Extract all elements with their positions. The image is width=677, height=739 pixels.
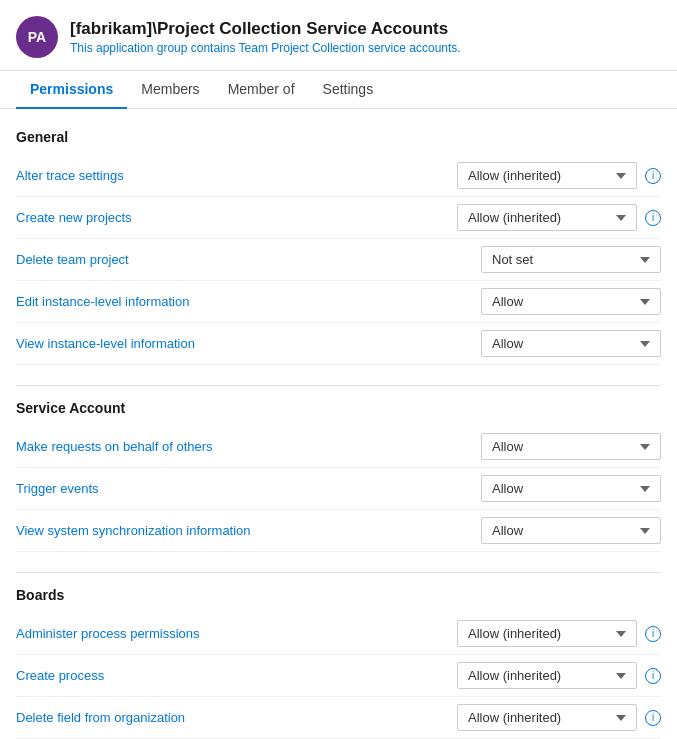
permission-label[interactable]: Administer process permissions — [16, 626, 457, 641]
permission-right: Allow (inherited)AllowDenyNot seti — [457, 704, 661, 731]
permission-dropdown[interactable]: AllowDenyNot setAllow (inherited) — [481, 246, 661, 273]
permission-label[interactable]: Make requests on behalf of others — [16, 439, 481, 454]
permission-row: Trigger eventsAllowDenyNot setAllow (inh… — [16, 468, 661, 510]
permission-row: Delete team projectAllowDenyNot setAllow… — [16, 239, 661, 281]
content: GeneralAlter trace settingsAllow (inheri… — [0, 109, 677, 739]
section-boards: BoardsAdminister process permissionsAllo… — [16, 587, 661, 739]
info-icon[interactable]: i — [645, 710, 661, 726]
permission-label[interactable]: Trigger events — [16, 481, 481, 496]
section-divider — [16, 572, 661, 573]
permission-label[interactable]: View system synchronization information — [16, 523, 481, 538]
permission-label[interactable]: Edit instance-level information — [16, 294, 481, 309]
avatar: PA — [16, 16, 58, 58]
page-title: [fabrikam]\Project Collection Service Ac… — [70, 19, 461, 39]
permission-row: Make requests on behalf of othersAllowDe… — [16, 426, 661, 468]
tab-settings[interactable]: Settings — [309, 71, 388, 109]
tab-permissions[interactable]: Permissions — [16, 71, 127, 109]
permission-right: Allow (inherited)AllowDenyNot seti — [457, 620, 661, 647]
permission-label[interactable]: Delete field from organization — [16, 710, 457, 725]
permission-dropdown[interactable]: AllowDenyNot setAllow (inherited) — [481, 475, 661, 502]
permission-right: Allow (inherited)AllowDenyNot seti — [457, 204, 661, 231]
permission-right: Allow (inherited)AllowDenyNot seti — [457, 662, 661, 689]
tab-member-of[interactable]: Member of — [214, 71, 309, 109]
permission-dropdown[interactable]: AllowDenyNot setAllow (inherited) — [481, 330, 661, 357]
permission-dropdown[interactable]: AllowDenyNot setAllow (inherited) — [481, 517, 661, 544]
permission-right: AllowDenyNot setAllow (inherited) — [481, 246, 661, 273]
nav-tabs: PermissionsMembersMember ofSettings — [0, 71, 677, 109]
permission-label[interactable]: Alter trace settings — [16, 168, 457, 183]
permission-row: Edit instance-level informationAllowDeny… — [16, 281, 661, 323]
permission-row: View system synchronization informationA… — [16, 510, 661, 552]
permission-label[interactable]: Create new projects — [16, 210, 457, 225]
permission-right: AllowDenyNot setAllow (inherited) — [481, 288, 661, 315]
header-subtitle: This application group contains Team Pro… — [70, 41, 461, 55]
permission-dropdown[interactable]: Allow (inherited)AllowDenyNot set — [457, 704, 637, 731]
permission-dropdown[interactable]: AllowDenyNot setAllow (inherited) — [481, 433, 661, 460]
permission-dropdown[interactable]: Allow (inherited)AllowDenyNot set — [457, 204, 637, 231]
permission-right: AllowDenyNot setAllow (inherited) — [481, 517, 661, 544]
section-general: GeneralAlter trace settingsAllow (inheri… — [16, 129, 661, 365]
section-title: Service Account — [16, 400, 661, 416]
permission-right: AllowDenyNot setAllow (inherited) — [481, 475, 661, 502]
permission-label[interactable]: View instance-level information — [16, 336, 481, 351]
permission-row: Create new projectsAllow (inherited)Allo… — [16, 197, 661, 239]
permission-dropdown[interactable]: Allow (inherited)AllowDenyNot set — [457, 620, 637, 647]
permission-label[interactable]: Delete team project — [16, 252, 481, 267]
permission-row: Alter trace settingsAllow (inherited)All… — [16, 155, 661, 197]
permission-right: AllowDenyNot setAllow (inherited) — [481, 330, 661, 357]
permission-right: AllowDenyNot setAllow (inherited) — [481, 433, 661, 460]
permission-row: Administer process permissionsAllow (inh… — [16, 613, 661, 655]
info-icon[interactable]: i — [645, 668, 661, 684]
section-title: General — [16, 129, 661, 145]
section-service-account: Service AccountMake requests on behalf o… — [16, 400, 661, 552]
header: PA [fabrikam]\Project Collection Service… — [0, 0, 677, 71]
info-icon[interactable]: i — [645, 168, 661, 184]
section-divider — [16, 385, 661, 386]
info-icon[interactable]: i — [645, 210, 661, 226]
permission-right: Allow (inherited)AllowDenyNot seti — [457, 162, 661, 189]
permission-dropdown[interactable]: Allow (inherited)AllowDenyNot set — [457, 662, 637, 689]
tab-members[interactable]: Members — [127, 71, 213, 109]
permission-label[interactable]: Create process — [16, 668, 457, 683]
permission-row: Create processAllow (inherited)AllowDeny… — [16, 655, 661, 697]
permission-dropdown[interactable]: Allow (inherited)AllowDenyNot set — [457, 162, 637, 189]
info-icon[interactable]: i — [645, 626, 661, 642]
section-title: Boards — [16, 587, 661, 603]
permission-row: View instance-level informationAllowDeny… — [16, 323, 661, 365]
permission-dropdown[interactable]: AllowDenyNot setAllow (inherited) — [481, 288, 661, 315]
permission-row: Delete field from organizationAllow (inh… — [16, 697, 661, 739]
